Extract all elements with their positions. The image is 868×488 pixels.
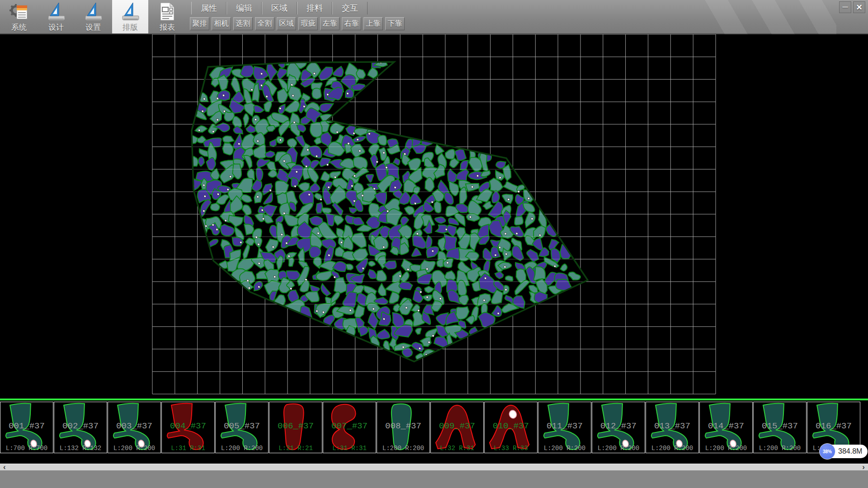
piece-dimensions: L:200 R:200	[592, 445, 645, 452]
piece-name: 011_#37	[538, 421, 591, 431]
piece-name: 005_#37	[216, 421, 268, 431]
tool-defect[interactable]: 瑕疵	[298, 17, 318, 30]
menu-tab-bar: 属性 编辑 区域 排料 交互	[191, 2, 368, 14]
piece-dimensions: L:200 R:200	[754, 445, 806, 452]
thumbnail-piece-010_#37[interactable]: 010_#37L:33 R:33	[484, 402, 538, 453]
tool-button-bar: 聚排 相机 选割 全割 区域 瑕疵 左靠 右靠 上靠 下靠	[190, 17, 405, 30]
piece-dimensions: L:200 R:200	[216, 445, 268, 452]
piece-dimensions: L:200 R:200	[700, 445, 752, 452]
piece-dimensions: L:32 R:31	[431, 445, 483, 452]
nesting-drawing	[0, 34, 868, 399]
nesting-button-label: 排版	[123, 22, 138, 33]
app-button-group: 系统 设计 设置	[1, 0, 186, 33]
nesting-canvas[interactable]	[0, 34, 868, 399]
window-footer	[0, 470, 868, 488]
piece-dimensions: L:200 R:200	[646, 445, 698, 452]
design-button-label: 设计	[48, 22, 64, 33]
thumbnail-piece-005_#37[interactable]: 005_#37L:200 R:200	[215, 402, 269, 453]
minimize-button[interactable]: ─	[839, 1, 851, 13]
tool-align-right[interactable]: 右靠	[342, 17, 361, 30]
tab-nesting[interactable]: 排料	[297, 2, 332, 14]
settings-triangle-icon	[83, 1, 103, 21]
piece-dimensions: L:31 R:31	[162, 445, 214, 452]
nesting-button[interactable]: 排版	[112, 0, 148, 33]
piece-dimensions: L:33 R:33	[485, 445, 537, 452]
scroll-right-icon[interactable]: ›	[862, 463, 865, 471]
piece-name: 010_#37	[485, 421, 537, 431]
piece-dimensions: L:200 R:200	[377, 445, 429, 452]
tab-properties[interactable]: 属性	[191, 2, 226, 14]
tab-edit[interactable]: 编辑	[226, 2, 262, 14]
design-button[interactable]: 设计	[38, 0, 74, 33]
thumbnail-piece-007_#37[interactable]: 007_#37L:31 R:31	[323, 402, 376, 453]
report-doc-icon	[157, 1, 177, 21]
piece-dimensions: L:200 R:200	[538, 445, 591, 452]
piece-name: 016_#37	[807, 421, 860, 431]
thumbnail-piece-009_#37[interactable]: 009_#37L:32 R:31	[430, 402, 484, 453]
thumbnail-piece-006_#37[interactable]: 006_#37L:21 R:21	[269, 402, 322, 453]
piece-dimensions: L:132 R:132	[54, 445, 107, 452]
tab-region[interactable]: 区域	[262, 2, 297, 14]
thumbnail-piece-013_#37[interactable]: 013_#37L:200 R:200	[646, 402, 699, 453]
piece-name: 002_#37	[54, 421, 107, 431]
thumbnail-piece-001_#37[interactable]: 001_#37L:700 R:700	[0, 402, 53, 453]
settings-button-label: 设置	[85, 22, 101, 33]
thumbnail-piece-004_#37[interactable]: 004_#37L:31 R:31	[161, 402, 215, 453]
nesting-triangle-icon	[120, 1, 140, 21]
piece-name: 001_#37	[0, 421, 53, 431]
tool-cut-selected[interactable]: 选割	[233, 17, 253, 30]
thumbnail-piece-002_#37[interactable]: 002_#37L:132 R:132	[54, 402, 107, 453]
report-button-label: 报表	[160, 22, 175, 33]
thumbnail-piece-011_#37[interactable]: 011_#37L:200 R:200	[538, 402, 591, 453]
tool-cut-all[interactable]: 全割	[255, 17, 274, 30]
piece-name: 014_#37	[700, 421, 752, 431]
scroll-left-icon[interactable]: ‹	[3, 463, 6, 471]
tool-region[interactable]: 区域	[277, 17, 296, 30]
tool-align-left[interactable]: 左靠	[320, 17, 340, 30]
piece-name: 004_#37	[162, 421, 214, 431]
piece-thumbnail-strip: 001_#37L:700 R:700002_#37L:132 R:132003_…	[0, 399, 868, 454]
window-controls: ─ ✕	[839, 1, 865, 13]
piece-dimensions: L:700 R:700	[0, 445, 53, 452]
thumbnail-piece-008_#37[interactable]: 008_#37L:200 R:200	[377, 402, 430, 453]
tool-align-top[interactable]: 上靠	[363, 17, 383, 30]
main-toolbar: 系统 设计 设置	[0, 0, 868, 34]
piece-dimensions: L:200 R:200	[108, 445, 160, 452]
piece-name: 013_#37	[646, 421, 698, 431]
piece-name: 008_#37	[377, 421, 429, 431]
piece-name: 012_#37	[592, 421, 645, 431]
progress-percent: 38%	[819, 443, 835, 460]
piece-name: 006_#37	[269, 421, 322, 431]
system-button-label: 系统	[11, 22, 27, 33]
progress-badge[interactable]: 38% 384.8M	[820, 445, 868, 458]
close-button[interactable]: ✕	[853, 1, 865, 13]
tab-interactive[interactable]: 交互	[332, 2, 368, 14]
settings-button[interactable]: 设置	[75, 0, 111, 33]
tool-align-bottom[interactable]: 下靠	[385, 17, 405, 30]
piece-name: 007_#37	[323, 421, 376, 431]
thumbnail-piece-003_#37[interactable]: 003_#37L:200 R:200	[108, 402, 161, 453]
tool-camera[interactable]: 相机	[212, 17, 231, 30]
progress-size: 384.8M	[838, 447, 862, 455]
design-triangle-icon	[46, 1, 66, 21]
thumbnail-piece-015_#37[interactable]: 015_#37L:200 R:200	[753, 402, 807, 453]
strip-gap	[0, 454, 868, 464]
system-button[interactable]: 系统	[1, 0, 37, 33]
piece-name: 015_#37	[754, 421, 806, 431]
thumbnail-piece-012_#37[interactable]: 012_#37L:200 R:200	[592, 402, 645, 453]
piece-name: 009_#37	[431, 421, 483, 431]
system-gear-icon	[9, 1, 29, 21]
piece-name: 003_#37	[108, 421, 160, 431]
piece-dimensions: L:31 R:31	[323, 445, 376, 452]
tool-cluster-nest[interactable]: 聚排	[190, 17, 209, 30]
report-button[interactable]: 报表	[149, 0, 185, 33]
piece-dimensions: L:21 R:21	[269, 445, 322, 452]
thumbnail-strip: 001_#37L:700 R:700002_#37L:132 R:132003_…	[0, 402, 861, 453]
thumbnail-piece-014_#37[interactable]: 014_#37L:200 R:200	[699, 402, 753, 453]
horizontal-scrollbar[interactable]: ‹ ›	[0, 464, 868, 470]
app-window: 系统 设计 设置	[0, 0, 868, 488]
